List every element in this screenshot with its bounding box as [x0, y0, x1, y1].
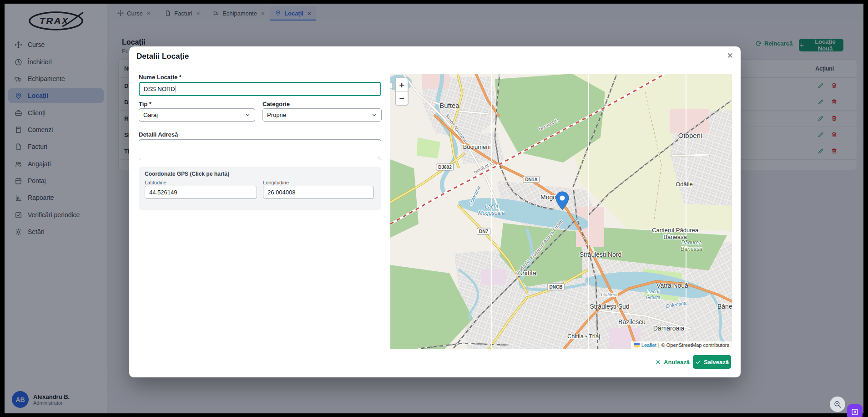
map-attribution: Leaflet | © OpenStreetMap contributors: [631, 341, 732, 349]
save-button[interactable]: Salvează: [693, 355, 731, 369]
gps-panel: Coordonate GPS (Click pe hartă) Latitudi…: [139, 167, 381, 210]
map-label-otopeni: Otopeni: [678, 132, 702, 139]
tile-seam: [686, 74, 686, 349]
location-name-input[interactable]: DSS NORD: [139, 82, 381, 96]
map-label-bazilescu: Bazilescu: [618, 318, 646, 325]
cancel-label: Anulează: [664, 359, 690, 366]
map-label-padurea-baneasa: Pădurea Băneasa: [681, 240, 702, 253]
cancel-button[interactable]: Anulează: [655, 355, 690, 369]
longitude-input[interactable]: [263, 186, 374, 199]
road-badge-dncb: DNCB: [547, 284, 565, 290]
map-label-buciumeni: Buciumeni: [463, 144, 491, 151]
category-label: Categorie: [262, 101, 290, 107]
type-selected-value: Garaj: [143, 112, 158, 118]
zoom-out-page-button[interactable]: [830, 397, 845, 412]
map-label-lacul-grivita: Lacul Grivița: [646, 289, 661, 300]
road-badge-dj602: DJ602: [436, 164, 454, 171]
map-label-galileia: Galileia: [601, 292, 618, 298]
map-zoom-control: + −: [395, 77, 409, 106]
latitude-input[interactable]: [145, 186, 257, 199]
category-select[interactable]: Proprie: [262, 108, 382, 122]
map-label-cartierul-padurea-baneasa: Cartierul Pădurea Băneasa: [652, 227, 698, 241]
map-label-lacul-mogosoaia: Lacul Mogoșoaia: [478, 204, 505, 217]
name-label: Nume Locație *: [139, 74, 182, 81]
attribution-separator: |: [658, 342, 660, 348]
expand-arrow-icon: [851, 408, 859, 416]
map-label-straulesti-nord: Străulești Nord: [580, 251, 622, 258]
type-label: Tip *: [139, 101, 151, 107]
map-label-buftea: Buftea: [439, 102, 459, 109]
map-label-straulesti-sud: Străulești Sud: [590, 303, 629, 310]
longitude-label: Longitudine: [263, 180, 289, 185]
text-caret: [176, 86, 176, 92]
save-label: Salvează: [704, 359, 729, 366]
chevron-down-icon: [245, 112, 251, 118]
zoom-in-button[interactable]: +: [396, 78, 408, 92]
map-label-chitila-triaj: Chitila - Triaj: [567, 333, 600, 340]
type-select[interactable]: Garaj: [139, 108, 255, 122]
map-marker[interactable]: [555, 191, 569, 210]
resize-handle-icon[interactable]: [376, 155, 380, 159]
road-badge-dn7: DN7: [477, 228, 490, 235]
gps-title: Coordonate GPS (Click pe hartă): [145, 171, 229, 177]
magnifier-minus-icon: [833, 400, 842, 408]
leaflet-map[interactable]: Buftea Buciumeni Otopeni Odăile Mogoș La…: [390, 74, 732, 349]
chevron-down-icon: [371, 112, 377, 118]
leaflet-link[interactable]: Leaflet: [641, 342, 656, 348]
address-textarea[interactable]: [139, 139, 381, 160]
ukraine-flag-icon: [634, 343, 640, 347]
latitude-label: Latitudine: [145, 180, 167, 185]
address-label: Detalii Adresă: [139, 131, 178, 138]
x-icon: [655, 359, 661, 365]
modal-title: Detalii Locație: [136, 52, 189, 61]
category-selected-value: Proprie: [267, 112, 286, 118]
road-badge-dn1a: DN1A: [523, 176, 540, 183]
expand-button[interactable]: [847, 404, 863, 417]
zoom-out-button[interactable]: −: [396, 92, 408, 105]
close-icon[interactable]: ✕: [727, 52, 733, 60]
location-details-modal: Detalii Locație ✕ Nume Locație * DSS NOR…: [129, 46, 741, 377]
map-label-vatra-noua: Vatra Nouă: [656, 282, 688, 289]
tile-seam: [588, 74, 589, 349]
map-label-damaroaia: Dămăroaia: [653, 325, 684, 332]
map-label-odaile: Odăile: [676, 181, 693, 188]
check-icon: [695, 359, 701, 365]
map-tiles: [390, 74, 732, 349]
location-name-value: DSS NORD: [144, 86, 175, 92]
map-label-baneasa: Băneasa: [717, 303, 732, 310]
road-badge-fragment: 2A: [390, 82, 393, 89]
osm-attribution: © OpenStreetMap contributors: [661, 342, 729, 348]
